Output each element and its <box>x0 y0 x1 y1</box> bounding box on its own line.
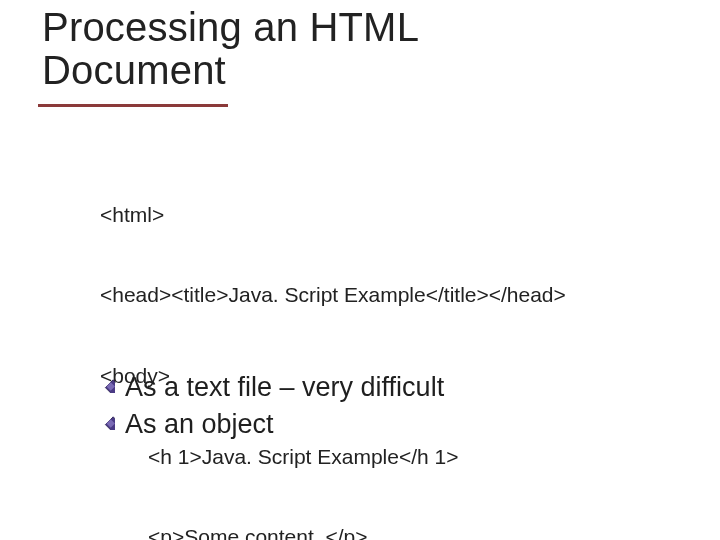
bullet-item: As a text file – very difficult <box>100 372 444 403</box>
bullet-list: As a text file – very difficult As an ob… <box>100 372 444 446</box>
title-block: Processing an HTML Document <box>0 0 720 92</box>
diamond-bullet-icon <box>100 415 115 434</box>
bullet-text: As a text file – very difficult <box>125 372 444 403</box>
bullet-item: As an object <box>100 409 444 440</box>
slide-title-line2: Document <box>42 49 720 92</box>
slide-title-line1: Processing an HTML <box>42 6 720 49</box>
code-line: <p>Some content. </p> <box>100 524 566 540</box>
code-line: <h 1>Java. Script Example</h 1> <box>100 444 566 471</box>
code-line: <head><title>Java. Script Example</title… <box>100 282 566 309</box>
bullet-text: As an object <box>125 409 274 440</box>
slide: Processing an HTML Document <html> <head… <box>0 0 720 540</box>
code-line: <html> <box>100 202 566 229</box>
title-underline <box>38 104 228 107</box>
code-example: <html> <head><title>Java. Script Example… <box>100 148 566 540</box>
diamond-bullet-icon <box>100 378 115 397</box>
